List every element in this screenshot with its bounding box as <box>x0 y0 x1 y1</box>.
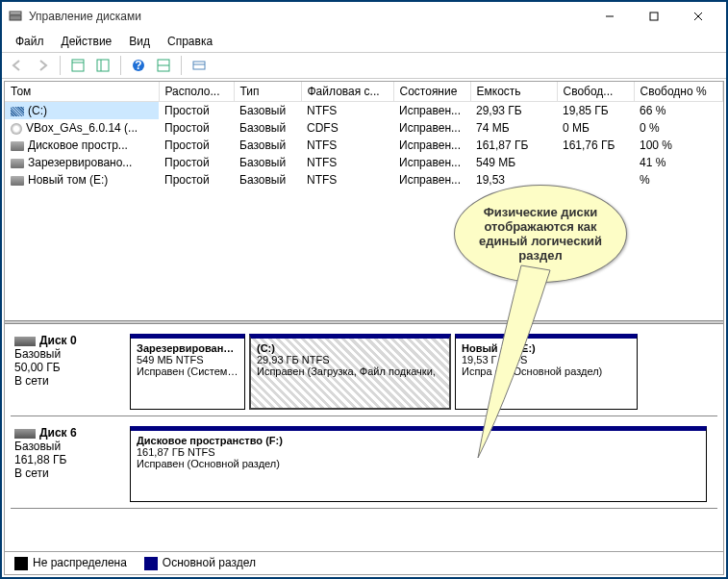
volume-cell: 41 % <box>634 154 723 171</box>
svg-rect-8 <box>97 60 109 71</box>
disk-icon <box>14 337 36 346</box>
volume-row[interactable]: Новый том (E:)ПростойБазовыйNTFSИсправен… <box>5 171 723 189</box>
disk-management-window: Управление дисками Файл Действие Вид Спр… <box>0 0 728 579</box>
volume-cell: 29,93 ГБ <box>470 102 557 120</box>
disk-info[interactable]: Диск 6Базовый161,88 ГБВ сети <box>11 420 126 508</box>
volume-cell: Базовый <box>234 102 301 120</box>
volume-cell: Простой <box>159 171 234 189</box>
volume-cell: Новый том (E:) <box>5 171 159 189</box>
volume-cell: Простой <box>159 137 234 154</box>
volume-cell: VBox_GAs_6.0.14 (... <box>5 119 159 137</box>
volume-cell: Исправен... <box>393 137 470 154</box>
volume-cell: 66 % <box>634 102 723 120</box>
volume-row[interactable]: VBox_GAs_6.0.14 (...ПростойБазовыйCDFSИс… <box>5 119 723 137</box>
volume-cell: 0 МБ <box>557 119 634 137</box>
volume-cell: Простой <box>159 154 234 171</box>
toolbar: ? <box>2 52 726 79</box>
menu-view[interactable]: Вид <box>121 33 158 50</box>
view-button-2[interactable] <box>91 55 114 76</box>
toolbar-separator <box>120 56 121 75</box>
volume-cell: 0 % <box>634 119 723 137</box>
legend: Не распределена Основной раздел <box>5 551 723 574</box>
toolbar-separator <box>60 56 61 75</box>
partition[interactable]: (C:)29,93 ГБ NTFSИсправен (Загрузка, Фай… <box>249 334 451 410</box>
volume-cell <box>557 154 634 171</box>
volume-cell: NTFS <box>301 137 393 154</box>
volume-cell: 74 МБ <box>470 119 557 137</box>
svg-rect-3 <box>650 13 658 20</box>
close-button[interactable] <box>676 3 720 30</box>
menu-help[interactable]: Справка <box>160 33 220 50</box>
window-title: Управление дисками <box>29 10 588 23</box>
volume-icon <box>11 141 24 151</box>
partitions: Зарезервировано си549 МБ NTFSИсправен (С… <box>126 328 717 415</box>
volume-table: ТомРасполо...ТипФайловая с...СостояниеЕм… <box>5 82 723 189</box>
list-button[interactable] <box>188 55 211 76</box>
volume-icon <box>11 159 24 168</box>
view-button-1[interactable] <box>66 55 89 76</box>
volume-cell: Базовый <box>234 171 301 189</box>
volume-icon <box>11 176 24 186</box>
volume-cell: % <box>634 171 723 189</box>
partitions: Дисковое пространство (F:)161,87 ГБ NTFS… <box>126 420 717 508</box>
partition[interactable]: Зарезервировано си549 МБ NTFSИсправен (С… <box>130 334 245 410</box>
disk-row: Диск 6Базовый161,88 ГБВ сетиДисковое про… <box>11 420 717 509</box>
volume-cell: NTFS <box>301 154 393 171</box>
column-header[interactable]: Емкость <box>470 82 557 102</box>
volume-cell: NTFS <box>301 171 393 189</box>
volume-cell: 19,53 <box>470 171 557 189</box>
column-header[interactable]: Тип <box>234 82 301 102</box>
volume-row[interactable]: (C:)ПростойБазовыйNTFSИсправен...29,93 Г… <box>5 102 723 120</box>
volume-row[interactable]: Зарезервировано...ПростойБазовыйNTFSИспр… <box>5 154 723 171</box>
volume-cell: Простой <box>159 119 234 137</box>
view-button-3[interactable] <box>152 55 175 76</box>
disk-row: Диск 0Базовый50,00 ГБВ сетиЗарезервирова… <box>11 328 717 416</box>
minimize-button[interactable] <box>588 3 632 30</box>
volume-cell: 549 МБ <box>470 154 557 171</box>
svg-rect-0 <box>10 15 21 20</box>
column-header[interactable]: Файловая с... <box>301 82 393 102</box>
column-header[interactable]: Располо... <box>159 82 234 102</box>
volume-cell: Базовый <box>234 154 301 171</box>
menu-action[interactable]: Действие <box>54 33 120 50</box>
volume-icon <box>11 107 24 116</box>
volume-cell: CDFS <box>301 119 393 137</box>
disk-icon <box>14 429 36 439</box>
volume-cell <box>557 171 634 189</box>
volume-cell: Исправен... <box>393 171 470 189</box>
menu-file[interactable]: Файл <box>8 33 52 50</box>
volume-cell: NTFS <box>301 102 393 120</box>
help-button[interactable]: ? <box>127 55 150 76</box>
legend-unallocated: Не распределена <box>14 556 127 570</box>
volume-cell: Зарезервировано... <box>5 154 159 171</box>
legend-primary: Основной раздел <box>144 556 256 570</box>
volume-cell: Исправен... <box>393 154 470 171</box>
forward-button[interactable] <box>31 55 54 76</box>
volume-cell: 19,85 ГБ <box>557 102 634 120</box>
volume-cell: (C:) <box>5 102 159 120</box>
content-area: ТомРасполо...ТипФайловая с...СостояниеЕм… <box>4 81 724 575</box>
volume-cell: 161,87 ГБ <box>470 137 557 154</box>
svg-rect-6 <box>72 60 84 71</box>
volume-row[interactable]: Дисковое простр...ПростойБазовыйNTFSИспр… <box>5 137 723 154</box>
volume-cell: 161,76 ГБ <box>557 137 634 154</box>
volume-cell: Базовый <box>234 137 301 154</box>
maximize-button[interactable] <box>632 3 676 30</box>
column-header[interactable]: Свобод... <box>557 82 634 102</box>
volume-cell: Простой <box>159 102 234 120</box>
partition[interactable]: Дисковое пространство (F:)161,87 ГБ NTFS… <box>130 426 707 502</box>
app-icon <box>8 9 23 24</box>
volume-cell: Базовый <box>234 119 301 137</box>
volume-icon <box>11 123 22 135</box>
disk-graphical-view[interactable]: Диск 0Базовый50,00 ГБВ сетиЗарезервирова… <box>5 324 723 551</box>
column-header[interactable]: Состояние <box>393 82 470 102</box>
column-header[interactable]: Свободно % <box>634 82 723 102</box>
titlebar: Управление дисками <box>2 2 726 31</box>
disk-info[interactable]: Диск 0Базовый50,00 ГБВ сети <box>11 328 126 415</box>
volume-cell: Дисковое простр... <box>5 137 159 154</box>
column-header[interactable]: Том <box>5 82 159 102</box>
volume-list[interactable]: ТомРасполо...ТипФайловая с...СостояниеЕм… <box>5 82 723 320</box>
partition[interactable]: Новый ом (E:)19,53 Г NTFSИспра ен (Основ… <box>455 334 638 410</box>
back-button[interactable] <box>6 55 29 76</box>
volume-cell: Исправен... <box>393 102 470 120</box>
